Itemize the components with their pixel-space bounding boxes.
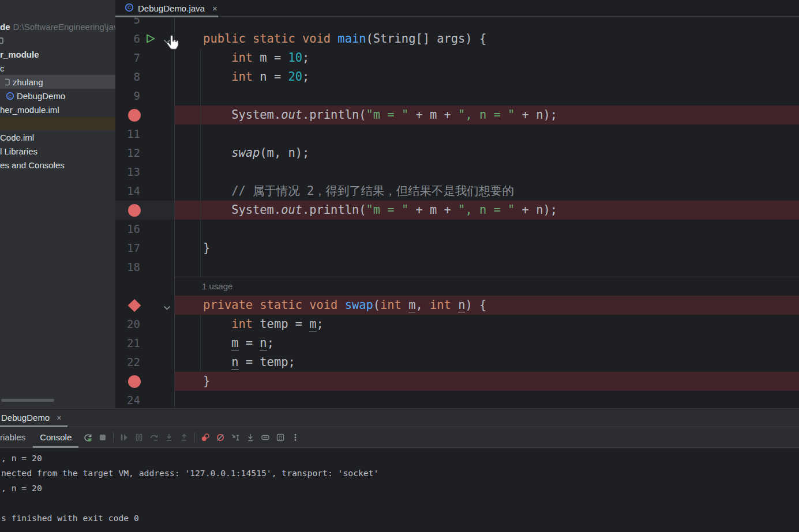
usage-inlay-hint[interactable]: 1 usage — [202, 277, 232, 296]
step-into-icon[interactable] — [164, 433, 174, 442]
breakpoint-line-highlight — [174, 372, 799, 391]
step-out-icon[interactable] — [179, 433, 189, 442]
line-number[interactable]: 16 — [115, 220, 140, 239]
close-icon[interactable]: × — [57, 413, 61, 422]
force-step-into-icon[interactable] — [246, 433, 255, 442]
line-number[interactable]: 6 — [115, 29, 140, 48]
debug-tool-window: DebugDemo × riables Console , n = 20nect… — [0, 408, 799, 532]
tree-item-code-iml[interactable]: Code.iml — [0, 130, 115, 144]
code-line[interactable]: 17 } — [115, 239, 799, 258]
console-output[interactable]: , n = 20nected from the target VM, addre… — [0, 448, 799, 532]
editor-tab-label: DebugDemo.java — [138, 3, 205, 13]
line-number[interactable]: 13 — [115, 163, 140, 182]
code-line[interactable]: 14 // 属于情况 2，得到了结果，但结果不是我们想要的 — [115, 182, 799, 201]
ide-window: deD:\SoftwareEngineering\javr_moduleczhu… — [0, 0, 799, 532]
caret-line-gutter-highlight — [115, 201, 174, 220]
method-separator-line — [174, 277, 799, 277]
active-tab-underline — [115, 16, 218, 17]
clipped-icon — [0, 37, 3, 44]
code-line[interactable]: 20 int temp = m; — [115, 315, 799, 334]
run-icon[interactable] — [145, 33, 156, 47]
tree-item-debugdemo[interactable]: CDebugDemo — [0, 89, 115, 103]
close-icon[interactable]: × — [212, 3, 217, 13]
active-tab-underline — [33, 446, 78, 448]
run-to-cursor-icon[interactable] — [231, 433, 240, 442]
line-number[interactable]: 21 — [115, 334, 140, 353]
tree-item-r-module[interactable]: r_module — [0, 47, 115, 61]
code-text: } — [175, 372, 210, 391]
line-number[interactable]: 9 — [115, 86, 140, 105]
evaluate-expression-icon[interactable] — [276, 433, 285, 442]
debug-session-tab-row: DebugDemo × — [0, 409, 799, 427]
tree-item-her-module-iml[interactable]: her_module.iml — [0, 103, 115, 116]
code-editor[interactable]: 1 usage 56 public static void main(Strin… — [115, 0, 799, 408]
breakpoint-icon[interactable] — [128, 204, 141, 217]
code-line[interactable]: 7 int m = 10; — [115, 48, 799, 67]
code-line[interactable]: 21 m = n; — [115, 334, 799, 353]
code-line[interactable]: 13 — [115, 163, 799, 182]
breakpoint-icon[interactable] — [128, 375, 141, 388]
code-text: int m = 10; — [175, 48, 309, 67]
tree-item-c[interactable]: c — [0, 61, 115, 75]
line-number[interactable]: 20 — [115, 315, 140, 334]
horizontal-scrollbar-thumb[interactable] — [1, 399, 54, 402]
resume-icon[interactable] — [119, 433, 129, 442]
stop-icon[interactable] — [98, 433, 107, 442]
line-number[interactable]: 7 — [115, 48, 140, 67]
code-line[interactable]: 12 swap(m, n); — [115, 144, 799, 163]
mute-breakpoints-icon[interactable] — [216, 433, 225, 442]
console-line: , n = 20 — [1, 481, 799, 496]
breakpoint-icon[interactable] — [128, 109, 141, 122]
code-line[interactable]: 18 — [115, 258, 799, 277]
code-line[interactable]: 16 — [115, 220, 799, 239]
debug-session-tab[interactable]: DebugDemo × — [0, 413, 61, 422]
view-breakpoints-icon[interactable] — [201, 433, 210, 442]
code-line[interactable]: } — [115, 372, 799, 391]
project-tree-panel: deD:\SoftwareEngineering\javr_moduleczhu… — [0, 0, 115, 408]
code-text: n = temp; — [175, 353, 295, 372]
tree-item-es-and-consoles[interactable]: es and Consoles — [0, 158, 115, 172]
line-number[interactable]: 24 — [115, 391, 140, 408]
tree-item-clipped[interactable] — [0, 33, 115, 47]
code-line[interactable]: System.out.println("m = " + m + ", n = "… — [115, 105, 799, 124]
tree-item-label: c — [0, 63, 5, 73]
console-line — [1, 496, 799, 511]
line-number[interactable]: 17 — [115, 239, 140, 258]
tab-variables[interactable]: riables — [0, 427, 25, 448]
editor-tab-debugdemo[interactable]: C DebugDemo.java × — [115, 0, 218, 17]
line-number[interactable]: 14 — [115, 182, 140, 201]
code-line[interactable]: 11 — [115, 124, 799, 144]
tab-console[interactable]: Console — [40, 427, 72, 448]
code-line[interactable]: private static void swap(int m, int n) { — [115, 296, 799, 315]
tree-item-l-libraries[interactable]: l Libraries — [0, 144, 115, 158]
rerun-debug-icon[interactable] — [83, 433, 92, 442]
code-text: private static void swap(int m, int n) { — [175, 296, 486, 315]
line-number[interactable]: 11 — [115, 124, 140, 144]
tree-item-label: Code.iml — [0, 133, 34, 142]
reset-frame-icon[interactable] — [261, 433, 270, 442]
tree-item-zhulang[interactable]: zhulang — [0, 75, 115, 89]
more-icon[interactable] — [291, 433, 300, 442]
line-number[interactable]: 18 — [115, 258, 140, 277]
code-line[interactable]: 9 — [115, 86, 799, 105]
debug-session-tab-label: DebugDemo — [1, 413, 50, 422]
pause-icon[interactable] — [134, 433, 144, 442]
tree-item-label: es and Consoles — [0, 160, 65, 170]
chevron-down-icon[interactable] — [163, 303, 171, 313]
console-line: s finished with exit code 0 — [1, 511, 799, 526]
line-number[interactable]: 22 — [115, 353, 140, 372]
code-text: public static void main(String[] args) { — [175, 29, 486, 48]
tree-item-highlighted-empty[interactable] — [0, 117, 115, 130]
code-line[interactable]: 22 n = temp; — [115, 353, 799, 372]
java-class-icon: C — [125, 3, 134, 14]
code-line[interactable]: 6 public static void main(String[] args)… — [115, 29, 799, 48]
line-number[interactable]: 12 — [115, 144, 140, 163]
code-line[interactable]: 24 — [115, 391, 799, 408]
code-line[interactable]: System.out.println("m = " + m + ", n = "… — [115, 201, 799, 220]
tree-item-project-root[interactable]: deD:\SoftwareEngineering\jav — [0, 20, 115, 33]
method-breakpoint-icon[interactable] — [128, 299, 141, 312]
step-over-icon[interactable] — [149, 433, 159, 442]
code-text: // 属于情况 2，得到了结果，但结果不是我们想要的 — [175, 182, 514, 201]
code-line[interactable]: 8 int n = 20; — [115, 67, 799, 86]
line-number[interactable]: 8 — [115, 67, 140, 86]
